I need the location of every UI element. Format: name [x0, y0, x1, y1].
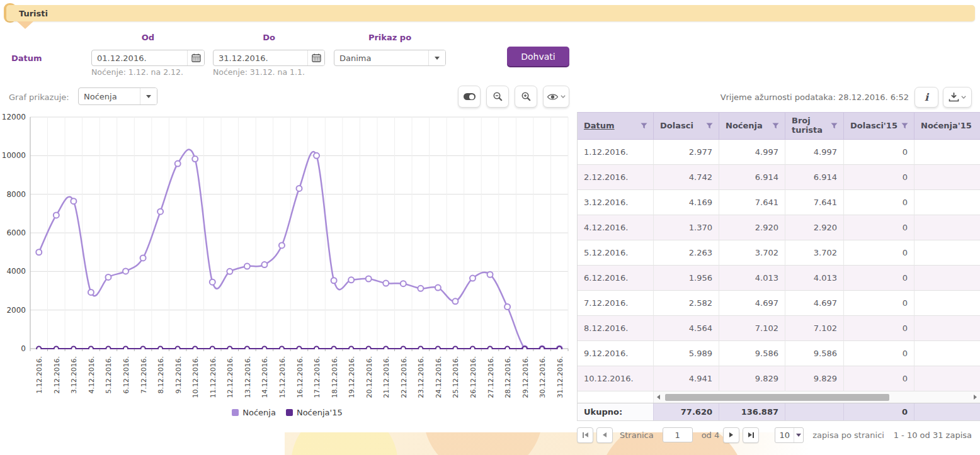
- cell-datum: 9.12.2016.: [578, 341, 654, 366]
- scroll-right-arrow-icon[interactable]: [974, 395, 977, 400]
- cell-datum: 4.12.2016.: [578, 215, 654, 240]
- legend-item-nocenja15[interactable]: Noćenja'15: [286, 408, 343, 417]
- svg-text:4000: 4000: [6, 267, 26, 276]
- export-button[interactable]: [943, 87, 972, 108]
- next-page-button[interactable]: [723, 427, 739, 443]
- column-label: Noćenja'15: [921, 121, 972, 131]
- table-row[interactable]: 5.12.2016.2.2633.7023.7020: [578, 240, 980, 266]
- table-row[interactable]: 8.12.2016.4.5647.1027.1020: [578, 316, 980, 341]
- previous-page-icon: [603, 432, 607, 437]
- data-grid: Datum Dolasci Noćenja Broj turista Dolas…: [577, 112, 980, 421]
- filter-icon[interactable]: [831, 123, 838, 130]
- table-row[interactable]: 7.12.2016.2.5824.6974.6970: [578, 291, 980, 316]
- module-tab-bar[interactable]: Turisti: [6, 5, 975, 21]
- cell-value: 2.920: [719, 215, 785, 240]
- prikaz-po-value: Danima: [334, 53, 428, 63]
- cell-value: 4.564: [654, 316, 719, 341]
- svg-text:30.12.2016.: 30.12.2016.: [538, 356, 547, 398]
- svg-text:28.12.2016.: 28.12.2016.: [504, 356, 512, 398]
- cell-datum: 3.12.2016.: [578, 190, 654, 215]
- svg-text:12.12.2016.: 12.12.2016.: [226, 356, 234, 398]
- chart-plot[interactable]: 0200040006000800010000120001.12.2016.2.1…: [1, 113, 573, 408]
- legend-label: Noćenja'15: [297, 408, 343, 417]
- graf-prikazuje-label: Graf prikazuje:: [9, 93, 69, 102]
- totals-row: Ukupno: 77.620 136.887 0: [578, 403, 980, 421]
- filter-icon[interactable]: [641, 123, 647, 130]
- cell-value: 7.102: [785, 316, 844, 341]
- graf-prikazuje-select[interactable]: Noćenja: [78, 87, 157, 105]
- column-header-broj-turista[interactable]: Broj turista: [785, 113, 844, 139]
- svg-text:0: 0: [21, 344, 26, 353]
- column-label: Broj turista: [792, 116, 828, 135]
- visibility-dropdown-button[interactable]: [543, 86, 569, 108]
- filter-icon[interactable]: [772, 123, 779, 130]
- page-size-dropdown-button[interactable]: [794, 428, 803, 442]
- graf-dropdown-button[interactable]: [140, 88, 157, 104]
- date-from-input[interactable]: [92, 53, 187, 63]
- svg-text:29.12.2016.: 29.12.2016.: [521, 356, 530, 398]
- zoom-in-button[interactable]: [515, 86, 537, 108]
- cell-value: 9.586: [719, 341, 785, 366]
- table-row[interactable]: 9.12.2016.5.9899.5869.5860: [578, 341, 980, 366]
- filter-icon[interactable]: [901, 123, 908, 130]
- table-header-row: Datum Dolasci Noćenja Broj turista Dolas…: [578, 112, 980, 140]
- date-to-field: [213, 50, 325, 66]
- cell-value: 4.697: [719, 291, 785, 316]
- column-label: Noćenja: [726, 121, 763, 131]
- column-header-datum[interactable]: Datum: [578, 113, 654, 139]
- svg-text:1.12.2016.: 1.12.2016.: [35, 356, 43, 393]
- page: Turisti Od Do Prikaz po Datum Danima Doh…: [0, 0, 980, 455]
- table-row[interactable]: 1.12.2016.2.9774.9974.9970: [578, 140, 980, 165]
- calendar-button-to[interactable]: [307, 50, 324, 65]
- line-chart[interactable]: 0200040006000800010000120001.12.2016.2.1…: [1, 113, 573, 408]
- column-header-dolasci15[interactable]: Dolasci'15: [844, 113, 914, 139]
- column-header-nocenja15[interactable]: Noćenja'15: [914, 113, 980, 139]
- column-header-dolasci[interactable]: Dolasci: [654, 113, 719, 139]
- toggle-series-button[interactable]: [458, 86, 481, 108]
- prikaz-po-dropdown-button[interactable]: [428, 50, 445, 65]
- cell-value: [914, 240, 980, 266]
- cell-value: 9.829: [785, 366, 844, 391]
- table-row[interactable]: 3.12.2016.4.1697.6417.6410: [578, 190, 980, 215]
- svg-text:19.12.2016.: 19.12.2016.: [348, 356, 356, 398]
- cell-value: 3.702: [785, 240, 844, 266]
- graf-prikazuje-value: Noćenja: [79, 92, 140, 101]
- svg-text:3.12.2016.: 3.12.2016.: [70, 356, 78, 393]
- column-header-nocenja[interactable]: Noćenja: [719, 113, 785, 139]
- filter-icon[interactable]: [706, 123, 713, 130]
- cell-datum: 1.12.2016.: [578, 140, 654, 165]
- scrollbar-thumb[interactable]: [665, 394, 889, 401]
- svg-text:25.12.2016.: 25.12.2016.: [452, 356, 460, 398]
- info-button[interactable]: i: [914, 87, 938, 108]
- table-row[interactable]: 10.12.2016.4.9419.8299.8290: [578, 366, 980, 391]
- chevron-down-icon: [435, 57, 440, 60]
- svg-text:31.12.2016.: 31.12.2016.: [556, 356, 564, 398]
- cell-value: 7.641: [719, 190, 785, 215]
- table-row[interactable]: 2.12.2016.4.7426.9146.9140: [578, 165, 980, 190]
- svg-text:11.12.2016.: 11.12.2016.: [209, 356, 217, 398]
- prikaz-po-select[interactable]: Danima: [334, 50, 446, 66]
- svg-text:26.12.2016.: 26.12.2016.: [469, 356, 477, 398]
- page-number-input[interactable]: [663, 427, 693, 442]
- last-page-button[interactable]: [743, 427, 759, 443]
- table-row[interactable]: 6.12.2016.1.9564.0134.0130: [578, 266, 980, 291]
- horizontal-scrollbar[interactable]: [654, 391, 980, 403]
- page-size-select[interactable]: 10: [775, 427, 804, 443]
- legend-item-nocenja[interactable]: Noćenja: [232, 408, 276, 417]
- date-to-input[interactable]: [214, 53, 307, 63]
- zoom-out-button[interactable]: [486, 86, 509, 108]
- legend-swatch-light: [232, 409, 239, 416]
- cell-value: 2.977: [654, 140, 719, 165]
- cell-value: [914, 366, 980, 391]
- cell-value: 9.829: [719, 366, 785, 391]
- calendar-button-from[interactable]: [187, 50, 204, 65]
- scroll-left-arrow-icon[interactable]: [657, 395, 660, 400]
- tab-turisti[interactable]: Turisti: [6, 9, 48, 18]
- cell-datum: 2.12.2016.: [578, 165, 654, 190]
- table-row[interactable]: 4.12.2016.1.3702.9202.9200: [578, 215, 980, 240]
- last-page-icon: [748, 432, 752, 437]
- previous-page-button[interactable]: [596, 427, 613, 443]
- dohvati-button[interactable]: Dohvati: [507, 47, 569, 66]
- first-page-button[interactable]: [577, 427, 593, 443]
- svg-text:2.12.2016.: 2.12.2016.: [53, 356, 61, 393]
